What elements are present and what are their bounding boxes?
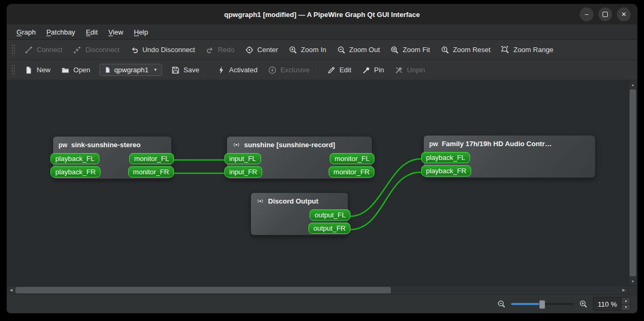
maximize-button[interactable]: [598, 7, 612, 21]
node-discord-output[interactable]: Discord Output output_FL output_FR: [250, 192, 348, 235]
port-playback-fr[interactable]: playback_FR: [51, 166, 101, 178]
connect-button[interactable]: Connect: [20, 43, 67, 57]
port-playback-fl[interactable]: playback_FL: [421, 152, 470, 163]
app-window: qpwgraph1 [modified] — A PipeWire Graph …: [6, 4, 638, 314]
horizontal-scroll-handle[interactable]: [15, 287, 391, 293]
vertical-scrollbar: ▲ ▼: [628, 80, 637, 285]
scroll-up-arrow[interactable]: ▲: [629, 80, 637, 89]
zoom-spin-arrows: ▲ ▼: [621, 298, 630, 310]
node-family-hd-audio[interactable]: pw Family 17h/19h HD Audio Contr… playba…: [423, 135, 596, 178]
minimize-icon: –: [585, 11, 589, 18]
port-playback-fr[interactable]: playback_FR: [421, 165, 471, 176]
toolbar-separator: [208, 64, 208, 76]
scroll-right-arrow[interactable]: ▶: [620, 286, 628, 294]
node-sunshine-record[interactable]: sunshine [sunshine-record] input_FL moni…: [227, 136, 372, 179]
scroll-down-arrow[interactable]: ▼: [629, 277, 637, 285]
titlebar[interactable]: qpwgraph1 [modified] — A PipeWire Graph …: [7, 4, 637, 24]
menu-edit[interactable]: Edit: [80, 24, 103, 39]
port-output-fr[interactable]: output_FR: [308, 223, 350, 234]
scrollbar-corner: [628, 286, 637, 294]
horizontal-scroll-track[interactable]: [15, 286, 620, 294]
zoom-in-icon: [579, 300, 588, 308]
unpin-button[interactable]: Unpin: [390, 63, 430, 77]
patchbay-file-icon: [104, 66, 111, 73]
connect-icon: [24, 46, 33, 54]
undo-disconnect-button[interactable]: Undo Disconnect: [126, 43, 200, 57]
zoom-out-icon: [337, 46, 346, 54]
unpin-icon: [395, 66, 403, 74]
node-title-bar: sunshine [sunshine-record]: [227, 137, 372, 152]
redo-button[interactable]: Redo: [201, 43, 239, 57]
redo-icon: [206, 46, 214, 54]
save-button[interactable]: Save: [166, 63, 204, 77]
disconnect-icon: [73, 46, 81, 54]
zoom-in-button[interactable]: Zoom In: [284, 43, 331, 57]
activated-bolt-icon: [217, 66, 225, 74]
new-button[interactable]: New: [20, 63, 55, 77]
port-output-fl[interactable]: output_FL: [310, 209, 350, 221]
zoom-slider-thumb[interactable]: [539, 300, 545, 309]
zoom-slider[interactable]: [511, 299, 574, 309]
port-monitor-fr[interactable]: monitor_FR: [329, 166, 374, 178]
close-button[interactable]: ✕: [617, 7, 631, 21]
connection-wire[interactable]: [350, 172, 421, 230]
vertical-scroll-handle[interactable]: [630, 89, 636, 276]
activated-button[interactable]: Activated: [212, 63, 262, 77]
toolbar-drag-handle[interactable]: [11, 44, 15, 56]
disconnect-button[interactable]: Disconnect: [68, 43, 124, 57]
zoom-slider-fill: [511, 303, 539, 305]
close-icon: ✕: [621, 11, 626, 18]
node-title: sunshine [sunshine-record]: [244, 141, 335, 149]
toolbar-drag-handle[interactable]: [11, 64, 15, 76]
open-button[interactable]: Open: [56, 63, 95, 77]
chevron-down-icon: ▼: [153, 67, 157, 72]
connection-wires: [7, 80, 628, 285]
exclusive-icon: [268, 66, 277, 74]
patchbay-toolbar: New Open qpwgraph1 ▼ Save Activated Excl…: [7, 60, 637, 80]
session-combo[interactable]: qpwgraph1 ▼: [99, 64, 162, 76]
port-monitor-fl[interactable]: monitor_FL: [330, 153, 374, 164]
center-icon: [245, 46, 254, 54]
zoom-out-button[interactable]: Zoom Out: [332, 43, 385, 57]
port-input-fl[interactable]: input_FL: [224, 153, 261, 164]
pin-button[interactable]: Pin: [357, 63, 389, 77]
zoom-spinbox[interactable]: 110 % ▲ ▼: [593, 297, 631, 311]
menu-patchbay[interactable]: Patchbay: [41, 24, 80, 39]
zoom-in-icon: [289, 46, 297, 54]
port-monitor-fl[interactable]: monitor_FL: [129, 153, 174, 164]
scroll-left-arrow[interactable]: ◀: [7, 286, 15, 294]
zoom-reset-button[interactable]: Zoom Reset: [436, 43, 496, 57]
menu-help[interactable]: Help: [129, 24, 154, 39]
open-folder-icon: [61, 66, 70, 74]
exclusive-button[interactable]: Exclusive: [263, 63, 314, 77]
graph-toolbar: Connect Disconnect Undo Disconnect Redo …: [7, 40, 637, 60]
maximize-icon: [603, 12, 608, 17]
graph-canvas[interactable]: pw sink-sunshine-stereo playback_FL moni…: [7, 80, 628, 285]
zoom-fit-icon: [390, 46, 399, 54]
node-title: Family 17h/19h HD Audio Contr…: [442, 140, 552, 148]
zoom-range-button[interactable]: Zoom Range: [496, 43, 558, 57]
center-button[interactable]: Center: [240, 43, 283, 57]
edit-button[interactable]: Edit: [322, 63, 356, 77]
zoom-range-icon: [501, 46, 509, 54]
node-title-bar: pw sink-sunshine-stereo: [53, 137, 171, 152]
zoom-reset-icon: [441, 46, 449, 54]
record-icon: [256, 197, 264, 205]
minimize-button[interactable]: –: [580, 7, 593, 21]
node-title: sink-sunshine-stereo: [71, 141, 141, 149]
spin-down-button[interactable]: ▼: [622, 305, 630, 311]
port-playback-fl[interactable]: playback_FL: [51, 153, 99, 164]
pipewire-icon: pw: [429, 140, 438, 148]
node-title: Discord Output: [268, 197, 319, 205]
menu-view[interactable]: View: [103, 24, 129, 39]
new-file-icon: [24, 66, 33, 74]
node-sink-sunshine-stereo[interactable]: pw sink-sunshine-stereo playback_FL moni…: [53, 136, 172, 179]
window-title: qpwgraph1 [modified] — A PipeWire Graph …: [224, 11, 420, 19]
zoom-fit-button[interactable]: Zoom Fit: [386, 43, 434, 57]
menu-graph[interactable]: Graph: [11, 24, 41, 39]
zoom-value[interactable]: 110 %: [593, 298, 621, 310]
pin-icon: [362, 66, 371, 74]
port-monitor-fr[interactable]: monitor_FR: [128, 166, 174, 178]
port-input-fr[interactable]: input_FR: [224, 166, 262, 178]
spin-up-button[interactable]: ▲: [622, 298, 630, 305]
